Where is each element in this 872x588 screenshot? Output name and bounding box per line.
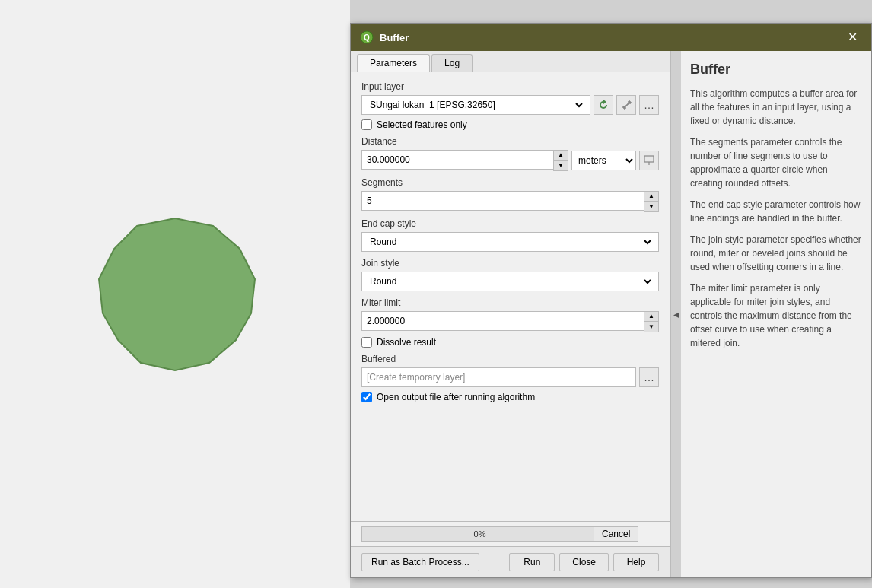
svg-marker-0 (99, 218, 255, 370)
input-layer-row: SUngai lokan_1 [EPSG:32650] (361, 95, 659, 115)
end-cap-style-combo[interactable]: Round Flat Square (361, 232, 659, 252)
progress-bar-track: 0% (361, 526, 598, 542)
distance-label: Distance (361, 136, 659, 147)
title-bar: Q Buffer ✕ (351, 24, 871, 51)
tab-parameters[interactable]: Parameters (357, 54, 430, 72)
selected-features-label[interactable]: Selected features only (377, 119, 467, 130)
end-cap-style-label: End cap style (361, 218, 659, 229)
buffered-placeholder: [Create temporary layer] (367, 372, 465, 383)
help-para-2: The end cap style parameter controls how… (690, 198, 862, 225)
close-dialog-button[interactable]: ✕ (843, 30, 862, 45)
collapse-arrow[interactable]: ◀ (670, 51, 681, 577)
help-para-3: The join style parameter specifies wheth… (690, 233, 862, 274)
segments-down-button[interactable]: ▼ (644, 202, 658, 211)
input-layer-label: Input layer (361, 81, 659, 92)
miter-limit-down-button[interactable]: ▼ (644, 322, 658, 332)
segments-spin-buttons: ▲ ▼ (644, 191, 659, 212)
run-button[interactable]: Run (509, 553, 555, 571)
cancel-button[interactable]: Cancel (594, 526, 638, 542)
progress-text: 0% (474, 529, 486, 539)
open-output-label[interactable]: Open output file after running algorithm (377, 392, 535, 402)
input-layer-select[interactable]: SUngai lokan_1 [EPSG:32650] (367, 97, 585, 113)
segments-input[interactable] (361, 191, 644, 211)
batch-process-button[interactable]: Run as Batch Process... (361, 553, 479, 571)
svg-rect-3 (644, 156, 654, 162)
dissolve-result-row: Dissolve result (361, 337, 659, 348)
buffer-dialog: Q Buffer ✕ Parameters Log Input layer SU… (350, 23, 872, 578)
buffered-label: Buffered (361, 354, 659, 364)
help-para-4: The miter limit parameter is only applic… (690, 281, 862, 350)
params-content: Input layer SUngai lokan_1 [EPSG:32650] (351, 72, 670, 521)
map-shape (88, 207, 263, 382)
miter-limit-input[interactable] (361, 311, 644, 331)
dissolve-result-label[interactable]: Dissolve result (377, 337, 436, 348)
segments-up-button[interactable]: ▲ (644, 192, 658, 202)
selected-features-checkbox[interactable] (361, 119, 372, 130)
svg-text:Q: Q (364, 33, 370, 42)
map-pin-icon (644, 155, 654, 166)
distance-spin-buttons: ▲ ▼ (553, 150, 568, 171)
join-style-label: Join style (361, 258, 659, 269)
buffered-row: [Create temporary layer] … (361, 367, 659, 387)
help-para-0: This algorithm computes a buffer area fo… (690, 87, 862, 128)
distance-input[interactable]: 30.000000 (361, 150, 553, 170)
bottom-buttons: Run as Batch Process... Run Close Help (351, 546, 670, 577)
distance-extra-button[interactable] (639, 151, 659, 170)
ellipsis-icon: … (644, 371, 654, 383)
open-output-checkbox[interactable] (361, 392, 372, 402)
qgis-icon: Q (360, 30, 374, 44)
buffered-input[interactable]: [Create temporary layer] (361, 367, 636, 387)
join-style-row: Round Miter Bevel (361, 272, 659, 291)
wrench-icon (620, 99, 632, 111)
end-cap-style-select[interactable]: Round Flat Square (367, 234, 654, 250)
help-panel: Buffer This algorithm computes a buffer … (681, 51, 871, 577)
refresh-layer-button[interactable] (594, 95, 613, 115)
buffered-browse-button[interactable]: … (639, 367, 659, 387)
settings-layer-button[interactable] (616, 95, 636, 115)
ellipsis-icon: … (644, 99, 654, 111)
distance-spin-wrapper: 30.000000 ▲ ▼ (361, 150, 568, 171)
close-button[interactable]: Close (559, 553, 609, 571)
segments-spin-wrapper: ▲ ▼ (361, 191, 659, 212)
progress-row: 0% Cancel (361, 526, 659, 542)
input-layer-combo[interactable]: SUngai lokan_1 [EPSG:32650] (361, 95, 590, 115)
help-para-1: The segments parameter controls the numb… (690, 135, 862, 190)
distance-units-select[interactable]: meters kilometers feet miles (571, 151, 636, 170)
left-panel: Parameters Log Input layer SUngai lokan_… (351, 51, 670, 577)
tab-bar: Parameters Log (351, 51, 670, 72)
end-cap-style-row: Round Flat Square (361, 232, 659, 252)
segments-label: Segments (361, 177, 659, 188)
join-style-combo[interactable]: Round Miter Bevel (361, 272, 659, 291)
open-output-row: Open output file after running algorithm (361, 392, 659, 402)
arrow-icon: ◀ (673, 310, 679, 319)
help-title: Buffer (690, 62, 862, 78)
map-area (0, 0, 350, 588)
distance-up-button[interactable]: ▲ (554, 151, 568, 161)
dialog-body: Parameters Log Input layer SUngai lokan_… (351, 51, 871, 577)
progress-area: 0% Cancel (351, 521, 670, 546)
tab-log[interactable]: Log (431, 54, 473, 72)
distance-row: 30.000000 ▲ ▼ meters kilometers feet mil… (361, 150, 659, 171)
more-layer-button[interactable]: … (639, 95, 659, 115)
distance-down-button[interactable]: ▼ (554, 161, 568, 170)
title-bar-left: Q Buffer (360, 30, 409, 44)
refresh-icon (597, 99, 609, 111)
miter-limit-spin-wrapper: ▲ ▼ (361, 311, 659, 332)
dialog-title: Buffer (380, 32, 409, 43)
miter-limit-spin-buttons: ▲ ▼ (644, 311, 659, 332)
join-style-select[interactable]: Round Miter Bevel (367, 274, 654, 289)
selected-features-row: Selected features only (361, 119, 659, 130)
dissolve-result-checkbox[interactable] (361, 337, 372, 348)
miter-limit-up-button[interactable]: ▲ (644, 312, 658, 322)
miter-limit-label: Miter limit (361, 297, 659, 308)
help-button[interactable]: Help (613, 553, 659, 571)
miter-limit-row: ▲ ▼ (361, 311, 659, 332)
segments-row: ▲ ▼ (361, 191, 659, 212)
